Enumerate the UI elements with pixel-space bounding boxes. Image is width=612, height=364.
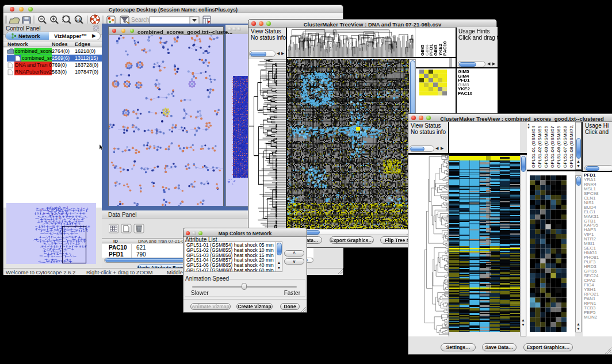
svg-text:Search:: Search: [131,17,151,23]
svg-text:1:1: 1:1 [76,18,81,21]
